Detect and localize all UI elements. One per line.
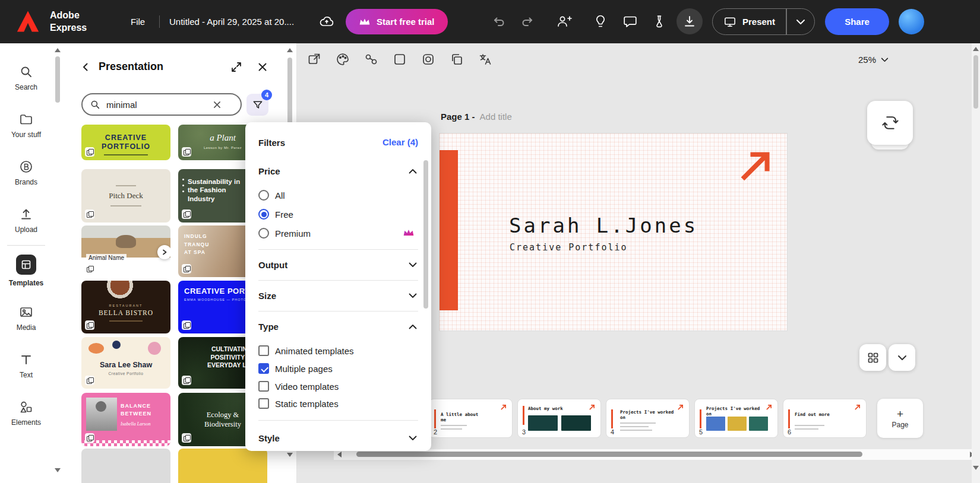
scroll-down-arrow-icon[interactable] [973,466,979,470]
comment-button[interactable] [617,8,643,34]
present-button[interactable]: Present [713,9,786,34]
share-button[interactable]: Share [825,8,889,35]
price-radio-free[interactable] [258,209,269,220]
add-page-button[interactable]: + Page [877,399,923,438]
back-button[interactable] [77,59,94,75]
user-avatar[interactable] [899,9,924,34]
type-option-label[interactable]: Video templates [275,382,339,392]
cloud-sync-icon[interactable] [318,14,335,28]
scrollbar-thumb[interactable] [973,55,978,109]
scroll-up-arrow-icon[interactable] [973,47,979,51]
template-card[interactable]: Animal Name [81,225,170,277]
horizontal-scrollbar[interactable] [334,449,980,460]
template-card[interactable]: RESTAURANT BELLA BISTRO [81,281,170,333]
type-checkbox-animated[interactable] [258,345,269,356]
scroll-left-arrow-icon[interactable] [337,452,342,457]
start-free-trial-button[interactable]: Start free trial [346,9,448,34]
template-title: CREATIVE PORTFOLIO [93,134,159,151]
shape-button[interactable] [392,52,407,67]
file-menu[interactable]: File [131,17,145,27]
beta-labs-button[interactable] [646,8,672,34]
price-radio-all[interactable] [258,190,269,201]
page-thumbnail[interactable]: Projects I've worked on 4 [606,399,690,438]
collapse-filmstrip-button[interactable] [889,344,915,371]
duplicate-button[interactable] [449,52,464,67]
frame-button[interactable] [421,52,436,67]
clear-search-icon[interactable] [213,101,221,109]
page-thumbnail[interactable]: Projects I've worked on 5 [694,399,778,438]
transitions-button[interactable] [867,101,913,145]
slide-accent-bar[interactable] [440,150,458,310]
adobe-logo-icon[interactable] [15,10,40,33]
theme-colors-button[interactable] [335,52,350,67]
template-subtitle: RESTAURANT [109,304,143,307]
popup-scrollbar-thumb[interactable] [423,160,428,309]
redo-button[interactable] [514,8,540,34]
type-checkbox-multiple-pages[interactable] [258,363,269,374]
filters-button[interactable]: 4 [246,94,268,116]
type-collapse-chevron[interactable] [409,324,417,329]
sidebar-item-media[interactable]: Media [0,294,52,342]
sidebar-item-elements[interactable]: Elements [0,389,52,437]
type-option-label[interactable]: Animated templates [275,346,354,356]
replace-image-button[interactable] [306,52,322,67]
present-options-chevron[interactable] [787,9,814,34]
sidebar-item-search[interactable]: Search [0,54,52,101]
section-divider [258,280,418,281]
carousel-next-button[interactable] [157,245,170,259]
template-card[interactable]: BALANCE BETWEEN Isabella Larson [81,393,170,446]
type-checkbox-video[interactable] [258,381,269,392]
undo-button[interactable] [486,8,512,34]
sidebar-item-upload[interactable]: Upload [0,196,52,244]
type-checkbox-static[interactable] [258,398,269,409]
price-option-label[interactable]: Premium [275,228,311,239]
grid-view-button[interactable] [859,344,886,371]
template-card[interactable] [81,449,170,483]
expand-panel-button[interactable] [228,59,245,75]
slide-canvas[interactable]: Sarah L.Jones Creative Portfolio [440,134,787,331]
sidebar-item-your-stuff[interactable]: Your stuff [0,101,52,149]
animate-button[interactable] [363,52,379,67]
template-card[interactable]: Sara Lee Shaw Creative Portfolio [81,337,170,389]
scroll-down-arrow-icon[interactable] [287,453,293,457]
template-card[interactable]: CREATIVE PORTFOLIO [81,125,170,160]
sidebar-item-templates[interactable]: Templates [0,247,52,294]
download-button[interactable] [676,8,703,34]
page-title-placeholder[interactable]: Add title [480,112,512,122]
close-panel-button[interactable] [254,59,271,75]
sidebar-item-text[interactable]: Text [0,342,52,389]
sidebar-item-brands[interactable]: Brands [0,149,52,196]
add-collaborator-button[interactable] [551,8,577,34]
filters-title: Filters [258,138,285,148]
type-option-label[interactable]: Static templates [275,399,339,409]
vertical-scrollbar[interactable] [972,43,980,483]
size-expand-chevron[interactable] [409,293,417,298]
template-card[interactable] [178,449,267,483]
scroll-down-arrow-icon[interactable] [55,468,61,472]
style-expand-chevron[interactable] [409,436,417,441]
price-option-label[interactable]: All [275,190,285,201]
scroll-up-arrow-icon[interactable] [287,48,293,52]
page-thumbnail[interactable]: A little about me 2 [429,399,513,438]
price-option-label[interactable]: Free [275,209,293,220]
panel-left-scrollbar[interactable] [52,43,63,483]
output-expand-chevron[interactable] [409,262,417,268]
zoom-control[interactable]: 25% [858,55,889,65]
scroll-up-arrow-icon[interactable] [55,48,61,52]
price-radio-premium[interactable] [258,228,269,239]
slide-subtitle-text[interactable]: Creative Portfolio [510,242,628,253]
page-thumbnail[interactable]: Find out more 6 [783,399,867,438]
slide-arrow-graphic[interactable] [737,149,773,183]
translate-button[interactable] [478,52,493,67]
slide-title-text[interactable]: Sarah L.Jones [509,214,698,237]
search-input[interactable] [106,100,207,110]
price-collapse-chevron[interactable] [409,169,417,174]
template-card[interactable]: Pitch Deck [81,169,170,223]
scrollbar-thumb[interactable] [55,56,60,103]
type-option-label[interactable]: Multiple pages [275,364,333,374]
page-thumbnail[interactable]: About my work 3 [517,399,601,438]
lightbulb-button[interactable] [587,8,614,34]
clear-filters-link[interactable]: Clear (4) [382,137,418,147]
document-title[interactable]: Untitled - April 29, 2025 at 20.... [169,17,305,27]
scrollbar-thumb[interactable] [356,452,862,457]
